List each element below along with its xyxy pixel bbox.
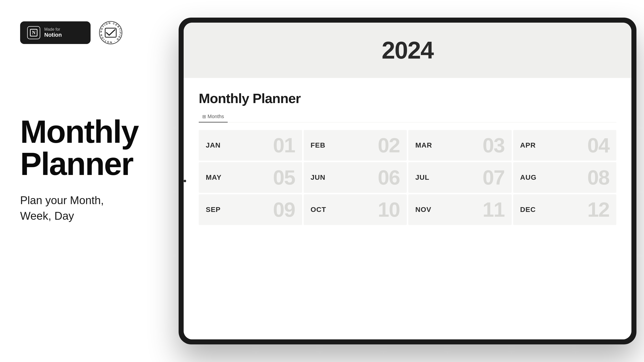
year-title: 2024 (382, 36, 433, 64)
certified-stamp: NOTION CERTIFIED · NOTION CERTIFIED · (98, 20, 123, 45)
months-tab-label: Months (208, 114, 224, 119)
month-card[interactable]: MAR 03 (408, 130, 512, 161)
month-abbr: SEP (206, 206, 221, 214)
month-card[interactable]: JUL 07 (408, 162, 512, 193)
made-for-label: Made for (44, 27, 62, 32)
month-abbr: JUL (415, 173, 429, 182)
month-number: 06 (378, 167, 400, 188)
notion-label: Notion (44, 32, 62, 38)
month-number: 02 (378, 135, 400, 156)
month-number: 01 (273, 135, 295, 156)
svg-text:N: N (32, 30, 35, 35)
grid-icon: ⊞ (202, 114, 206, 119)
month-abbr: JUN (311, 173, 326, 182)
month-number: 09 (273, 199, 295, 220)
month-abbr: MAY (206, 173, 222, 182)
month-number: 11 (482, 199, 504, 220)
made-for-notion-badge: N Made for Notion (20, 21, 91, 44)
tablet-frame: 2024 Monthly Planner ⊞ Months JAN 01 FEB (179, 18, 636, 344)
month-card[interactable]: DEC 12 (513, 194, 617, 225)
svg-text:NOTION CERTIFIED · NOTION CERT: NOTION CERTIFIED · NOTION CERTIFIED · (98, 20, 122, 44)
month-abbr: OCT (311, 206, 326, 214)
month-card[interactable]: JAN 01 (199, 130, 302, 161)
left-panel: N Made for Notion NOTION CERTIFIED · NOT… (0, 0, 164, 362)
tablet-camera (184, 180, 186, 182)
subtitle: Plan your Month,Week, Day (20, 193, 146, 223)
months-tab[interactable]: ⊞ Months (199, 112, 228, 122)
month-card[interactable]: JUN 06 (304, 162, 407, 193)
month-card[interactable]: OCT 10 (304, 194, 407, 225)
month-number: 03 (482, 135, 504, 156)
month-card[interactable]: AUG 08 (513, 162, 617, 193)
right-panel: 2024 Monthly Planner ⊞ Months JAN 01 FEB (164, 0, 644, 362)
view-tabs: ⊞ Months (199, 112, 616, 122)
notion-icon: N (27, 26, 40, 39)
month-abbr: JAN (206, 141, 221, 149)
month-number: 05 (273, 167, 295, 188)
screen-top-bar: 2024 (184, 23, 631, 78)
month-card[interactable]: APR 04 (513, 130, 617, 161)
month-abbr: FEB (311, 141, 326, 149)
month-number: 10 (378, 199, 400, 220)
page-title: Monthly Planner (199, 90, 301, 106)
tablet-screen: 2024 Monthly Planner ⊞ Months JAN 01 FEB (184, 23, 631, 339)
month-number: 12 (587, 199, 609, 220)
month-number: 04 (587, 135, 609, 156)
month-abbr: AUG (520, 173, 537, 182)
month-abbr: APR (520, 141, 536, 149)
badges-row: N Made for Notion NOTION CERTIFIED · NOT… (20, 20, 146, 45)
month-card[interactable]: FEB 02 (304, 130, 407, 161)
page-title-row: Monthly Planner (199, 90, 616, 106)
month-card[interactable]: NOV 11 (408, 194, 512, 225)
month-number: 07 (482, 167, 504, 188)
month-abbr: NOV (415, 206, 431, 214)
month-card[interactable]: MAY 05 (199, 162, 302, 193)
month-abbr: DEC (520, 206, 536, 214)
made-for-notion-text: Made for Notion (44, 27, 62, 38)
month-abbr: MAR (415, 141, 432, 149)
svg-point-2 (99, 21, 122, 44)
screen-content: Monthly Planner ⊞ Months JAN 01 FEB 02 M… (184, 78, 631, 339)
month-number: 08 (587, 167, 609, 188)
month-card[interactable]: SEP 09 (199, 194, 302, 225)
months-grid: JAN 01 FEB 02 MAR 03 APR 04 MAY 05 JUN 0… (199, 130, 616, 225)
main-title: Monthly Planner (20, 116, 146, 180)
